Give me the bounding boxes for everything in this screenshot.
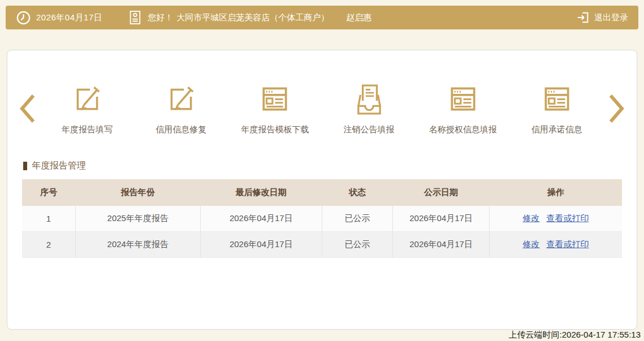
cell-publish-date: 2026年04月17日 [393,232,490,258]
chevron-right-icon[interactable] [604,87,630,130]
logout-button[interactable]: 退出登录 [572,11,628,24]
menu-item-label: 年度报告填写 [62,124,113,135]
table-row: 2 2024年年度报告 2026年04月17日 已公示 2026年04月17日 … [22,232,622,258]
section-title-text: 年度报告管理 [32,160,86,172]
modify-link[interactable]: 修改 [522,213,539,223]
main-panel: 年度报告填写 信用信息修复 [7,50,637,330]
greeting-text: 您好！ [148,12,173,23]
modify-link[interactable]: 修改 [522,239,539,249]
webpage-icon [541,82,573,115]
section-title: 年度报告管理 [23,160,637,172]
cell-actions: 修改查看或打印 [489,206,622,232]
cell-status: 已公示 [322,232,392,258]
menu-item-name-authorization[interactable]: 名称授权信息填报 [418,82,508,135]
clock-icon [16,10,31,25]
table-row: 1 2025年年度报告 2026年04月17日 已公示 2026年04月17日 … [22,206,622,232]
cell-year: 2025年年度报告 [75,206,200,232]
edit-icon [165,82,197,115]
table-header-row: 序号 报告年份 最后修改日期 状态 公示日期 操作 [22,179,622,206]
menu-item-label: 名称授权信息填报 [429,124,497,135]
menu-item-credit-commitment[interactable]: 信用承诺信息 [512,82,602,135]
edit-icon [71,82,103,115]
id-badge-icon [128,10,142,25]
cell-actions: 修改查看或打印 [489,232,622,258]
webpage-icon [447,82,479,115]
menu-item-annual-report-fill[interactable]: 年度报告填写 [42,82,132,135]
upload-cloud-timestamp: 上传云端时间:2026-04-17 17:55:13 [509,330,641,340]
menu-item-template-download[interactable]: 年度报告模板下载 [230,82,320,135]
chevron-left-icon[interactable] [14,87,40,130]
inbox-document-icon [353,82,386,115]
logout-icon [576,11,590,24]
menu-item-label: 注销公告填报 [344,124,395,135]
menu-item-label: 信用承诺信息 [531,124,582,135]
col-header-status: 状态 [322,179,392,206]
menu-item-label: 信用信息修复 [155,124,206,135]
current-date: 2026年04月17日 [36,12,102,23]
cell-no: 1 [22,206,75,232]
menu-item-credit-repair[interactable]: 信用信息修复 [136,82,226,135]
col-header-no: 序号 [22,179,75,206]
cell-modified: 2026年04月17日 [200,232,322,258]
cell-status: 已公示 [322,206,392,232]
company-name: 大同市平城区启茏美容店（个体工商户） [176,12,329,23]
section-marker [23,162,27,170]
cell-publish-date: 2026年04月17日 [393,206,490,232]
col-header-actions: 操作 [489,179,622,206]
annual-report-table: 序号 报告年份 最后修改日期 状态 公示日期 操作 1 2025年年度报告 20… [22,179,622,258]
col-header-year: 报告年份 [75,179,200,206]
top-bar: 2026年04月17日 您好！ 大同市平城区启茏美容店（个体工商户） 赵启惠 退… [6,6,638,29]
webpage-icon [258,82,291,115]
user-name: 赵启惠 [346,12,371,23]
function-menu-items: 年度报告填写 信用信息修复 [40,82,604,135]
col-header-modified: 最后修改日期 [200,179,322,206]
view-or-print-link[interactable]: 查看或打印 [546,213,589,223]
function-menu-carousel: 年度报告填写 信用信息修复 [7,82,637,135]
cell-no: 2 [22,232,75,258]
view-or-print-link[interactable]: 查看或打印 [546,239,589,249]
cell-modified: 2026年04月17日 [200,206,322,232]
col-header-publish-date: 公示日期 [393,179,490,206]
menu-item-cancellation-notice[interactable]: 注销公告填报 [324,82,414,135]
menu-item-label: 年度报告模板下载 [241,124,309,135]
cell-year: 2024年年度报告 [75,232,200,258]
logout-label: 退出登录 [594,12,628,23]
